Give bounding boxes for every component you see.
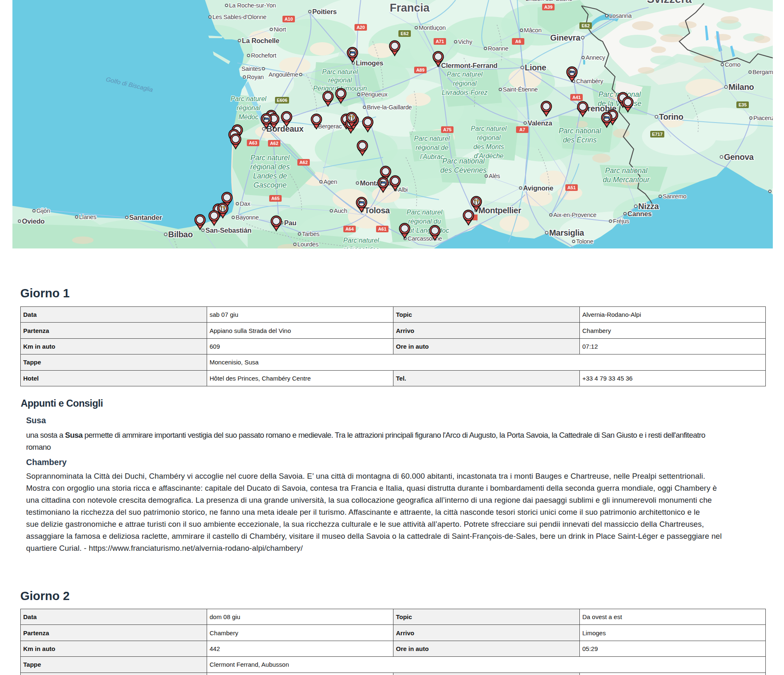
svg-text:régional des: régional des [343,246,379,248]
svg-text:A63: A63 [249,140,257,145]
svg-text:Parc national: Parc national [442,157,485,165]
svg-text:Torino: Torino [659,112,683,121]
svg-text:A51: A51 [567,185,576,190]
svg-text:Clermont-Ferrand: Clermont-Ferrand [441,62,497,69]
svg-text:Limoges: Limoges [356,59,383,67]
svg-text:Chambéry: Chambéry [576,78,603,84]
svg-text:Auch: Auch [334,207,347,214]
svg-text:E717: E717 [652,132,663,137]
svg-text:Royan: Royan [247,74,264,80]
svg-text:Gascogne: Gascogne [253,181,287,189]
svg-text:Marsiglia: Marsiglia [549,228,584,237]
svg-text:Cannes: Cannes [627,210,651,217]
svg-text:E62: E62 [581,23,590,28]
svg-text:régional: régional [237,104,261,111]
svg-text:Parc naturel: Parc naturel [407,209,443,216]
svg-text:E62: E62 [400,31,409,36]
svg-text:Ginevra: Ginevra [550,33,581,42]
svg-text:Gijón: Gijón [36,207,50,214]
svg-text:Rochefort: Rochefort [251,52,276,59]
svg-text:régional: régional [477,134,501,141]
svg-text:Les Sables-d'Olonne: Les Sables-d'Olonne [212,14,266,20]
svg-text:Llanes: Llanes [79,214,96,220]
svg-text:Lione: Lione [525,63,546,72]
svg-text:régional des: régional des [250,163,290,171]
svg-text:régional: régional [328,77,352,84]
svg-text:Como: Como [725,61,741,68]
svg-text:A41: A41 [572,95,581,100]
svg-text:Bergerac: Bergerac [318,123,342,130]
svg-text:régional de: régional de [415,144,448,151]
svg-text:Chalon-sur-Saône: Chalon-sur-Saône [525,0,573,2]
svg-text:des Monts: des Monts [473,143,504,150]
svg-text:Médoc: Médoc [239,113,258,121]
svg-text:A6: A6 [515,39,521,44]
svg-text:La Roche-sur-Yon: La Roche-sur-Yon [229,2,276,9]
svg-text:Landes de: Landes de [253,172,287,180]
svg-text:Montluçon: Montluçon [419,24,446,31]
svg-text:Tolosa: Tolosa [364,206,390,215]
svg-text:A10: A10 [285,17,293,22]
svg-text:A7: A7 [519,127,525,132]
svg-text:Poitiers: Poitiers [312,8,337,15]
svg-text:régional: régional [453,80,477,87]
svg-text:Aix-en-Provence: Aix-en-Provence [553,212,596,218]
svg-text:A89: A89 [416,68,425,72]
svg-text:Mâcon: Mâcon [524,27,542,34]
svg-text:Roanne: Roanne [488,45,509,52]
svg-text:Alès: Alès [489,173,500,179]
svg-text:Parc naturel: Parc naturel [343,237,379,244]
svg-text:Bilbao: Bilbao [168,230,193,239]
svg-text:A65: A65 [271,196,280,201]
svg-text:Saint-Étienne: Saint-Étienne [503,86,538,93]
svg-text:régional du: régional du [408,218,441,225]
svg-text:Tolone: Tolone [576,238,593,245]
svg-text:A61: A61 [378,227,386,231]
svg-text:Parc naturel: Parc naturel [447,71,483,78]
svg-text:Piacenza: Piacenza [753,115,773,121]
svg-text:Pau: Pau [284,219,297,227]
svg-text:Niort: Niort [274,26,286,33]
svg-text:Francia: Francia [390,2,430,14]
svg-text:Parc naturel: Parc naturel [231,95,267,102]
svg-text:Bergamo: Bergamo [753,69,773,75]
svg-text:Santander: Santander [129,214,162,221]
svg-text:Parc national: Parc national [559,127,601,135]
svg-text:Angoulême: Angoulême [268,71,298,78]
svg-text:Agen: Agen [323,178,337,185]
svg-text:Genova: Genova [724,152,754,162]
svg-text:Losanna: Losanna [609,12,632,19]
svg-text:Lourdes: Lourdes [297,241,318,248]
svg-text:Parc naturel: Parc naturel [471,125,507,132]
svg-text:Bayonne: Bayonne [236,214,259,221]
svg-text:Svizzera: Svizzera [647,0,692,5]
svg-text:A20: A20 [357,25,365,30]
svg-text:A39: A39 [544,5,552,10]
svg-text:Saintes: Saintes [241,65,261,72]
svg-text:Fréjus: Fréjus [613,218,629,224]
svg-text:Nizza: Nizza [638,202,659,211]
svg-text:San-Sebastián: San-Sebastián [205,227,251,234]
svg-text:E35: E35 [738,102,747,107]
svg-text:des Écrins: des Écrins [563,136,597,144]
svg-text:Oviedo: Oviedo [22,217,45,225]
svg-text:Vichy: Vichy [458,39,473,45]
svg-text:du Mercantour: du Mercantour [603,176,650,184]
svg-text:Sanremo: Sanremo [663,193,687,200]
svg-text:Parc naturel: Parc naturel [322,68,358,75]
svg-text:l'Aubrac: l'Aubrac [420,153,444,160]
svg-text:A64: A64 [345,227,354,231]
svg-text:des Cévennes: des Cévennes [440,166,487,174]
svg-text:Brive-la-Gaillarde: Brive-la-Gaillarde [367,104,412,111]
svg-text:Dax: Dax [240,200,251,207]
svg-text:A62: A62 [270,141,278,146]
svg-text:Parc naturel: Parc naturel [414,135,450,142]
svg-text:A71: A71 [436,39,444,44]
svg-text:A62: A62 [299,160,308,165]
svg-text:Annecy: Annecy [586,54,605,61]
svg-text:Albi: Albi [398,186,408,193]
svg-text:La Spezia: La Spezia [772,188,773,195]
svg-text:Livradois-Forez: Livradois-Forez [442,89,487,96]
svg-text:Montpellier: Montpellier [478,206,521,215]
svg-text:E606: E606 [277,98,287,103]
